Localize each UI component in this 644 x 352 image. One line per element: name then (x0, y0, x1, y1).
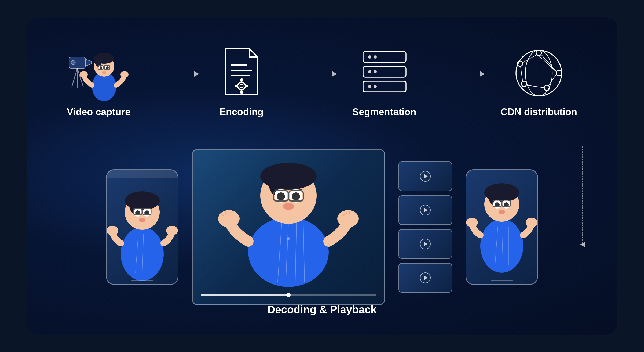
svg-marker-15 (85, 59, 91, 66)
play-triangle-3 (424, 242, 428, 246)
arrow-1 (146, 71, 199, 77)
segments-panel (398, 161, 452, 293)
svg-line-97 (349, 211, 350, 214)
play-button-2[interactable] (420, 205, 431, 215)
cdn-label: CDN distribution (500, 106, 577, 118)
segment-thumb-1 (398, 161, 452, 191)
svg-point-113 (466, 218, 478, 227)
pipeline-top-row: Video capture (27, 17, 617, 130)
svg-line-94 (230, 211, 230, 214)
svg-point-72 (166, 226, 178, 235)
pipeline-step-cdn: CDN distribution (500, 46, 577, 118)
right-phone-mockup (466, 169, 538, 285)
pipeline-step-segmentation: Segmentation (353, 46, 416, 118)
segment-thumb-4 (398, 263, 452, 293)
encoding-label: Encoding (219, 106, 264, 118)
svg-line-53 (521, 66, 523, 82)
left-phone-character (107, 178, 178, 284)
svg-point-36 (374, 55, 377, 59)
main-container: Video capture (27, 17, 617, 335)
svg-point-12 (80, 71, 88, 78)
cdn-icon (512, 46, 566, 100)
right-phone-character (466, 170, 537, 276)
left-phone-mockup (106, 169, 178, 285)
svg-line-50 (539, 56, 556, 72)
arrow-2 (284, 71, 337, 77)
svg-point-46 (556, 70, 562, 76)
arrow-3 (432, 71, 485, 77)
player-progress-bar[interactable] (201, 294, 376, 296)
play-triangle-4 (424, 276, 428, 280)
svg-point-13 (120, 71, 129, 78)
play-triangle-1 (424, 174, 428, 178)
play-button-3[interactable] (420, 239, 431, 249)
video-capture-icon (72, 46, 126, 100)
pipeline-step-video-capture: Video capture (67, 46, 130, 118)
cdn-return-arrow (580, 146, 585, 247)
decoding-playback-label: Decoding & Playback (268, 304, 377, 316)
svg-point-85 (292, 192, 300, 200)
svg-point-7 (106, 66, 109, 69)
svg-point-73 (248, 217, 329, 287)
svg-point-80 (260, 163, 317, 190)
svg-point-35 (368, 55, 371, 59)
pipeline-step-encoding: Encoding (215, 46, 268, 118)
encoding-icon (215, 46, 268, 100)
svg-point-6 (100, 66, 102, 69)
svg-point-48 (521, 81, 527, 87)
svg-point-43 (516, 50, 562, 96)
svg-point-78 (287, 237, 290, 240)
main-player-character (213, 158, 364, 287)
svg-point-70 (139, 218, 145, 222)
svg-point-44 (525, 50, 552, 96)
svg-point-39 (374, 70, 377, 73)
svg-point-91 (337, 210, 359, 227)
svg-rect-28 (235, 85, 237, 87)
segment-thumb-2 (398, 195, 452, 225)
svg-line-17 (72, 68, 77, 87)
svg-point-84 (277, 192, 285, 200)
svg-rect-29 (246, 85, 248, 87)
right-phone-bottom-bar (491, 280, 513, 281)
phone-bottom-bar (131, 280, 153, 281)
segmentation-icon (358, 46, 411, 100)
cdn-vertical-line (582, 146, 583, 243)
main-video-player (192, 149, 385, 305)
svg-point-41 (368, 85, 371, 88)
cdn-arrow-left (580, 242, 585, 247)
svg-point-11 (102, 71, 106, 74)
svg-point-114 (526, 218, 537, 227)
video-capture-label: Video capture (67, 106, 130, 118)
svg-point-90 (218, 210, 240, 227)
svg-line-52 (527, 85, 546, 88)
play-button-4[interactable] (420, 272, 431, 283)
segment-thumb-3 (398, 229, 452, 259)
svg-point-71 (107, 226, 118, 235)
svg-point-16 (71, 60, 75, 65)
svg-point-42 (374, 85, 377, 88)
player-progress-fill (201, 294, 288, 296)
decoding-playback-section: Decoding & Playback (27, 130, 617, 324)
segmentation-label: Segmentation (353, 106, 416, 118)
play-triangle-2 (424, 208, 428, 212)
svg-point-89 (283, 203, 294, 210)
play-button-1[interactable] (420, 171, 431, 182)
svg-point-112 (499, 210, 505, 214)
svg-point-38 (368, 70, 371, 73)
